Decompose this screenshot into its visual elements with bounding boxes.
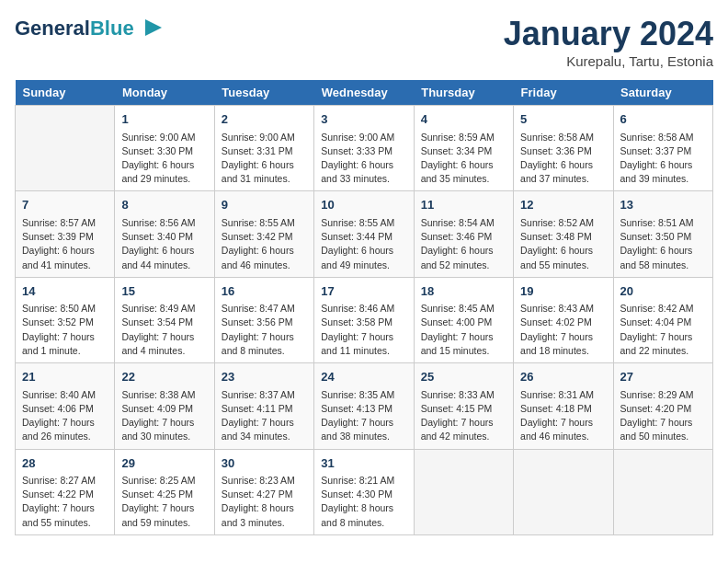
day-number: 28 [22,454,108,473]
col-wednesday: Wednesday [314,80,414,106]
col-thursday: Thursday [414,80,513,106]
day-info: Sunrise: 8:37 AMSunset: 4:11 PMDaylight:… [222,388,307,444]
day-number: 21 [22,368,108,386]
day-number: 20 [620,282,706,301]
day-info: Sunrise: 8:57 AMSunset: 3:39 PMDaylight:… [22,216,108,272]
day-cell: 25Sunrise: 8:33 AMSunset: 4:15 PMDayligh… [414,363,513,449]
day-cell: 3Sunrise: 9:00 AMSunset: 3:33 PMDaylight… [314,106,414,191]
week-row-3: 14Sunrise: 8:50 AMSunset: 3:52 PMDayligh… [16,277,713,362]
day-cell: 14Sunrise: 8:50 AMSunset: 3:52 PMDayligh… [16,277,115,362]
day-number: 18 [421,282,506,301]
day-info: Sunrise: 8:59 AMSunset: 3:34 PMDaylight:… [421,131,506,187]
day-number: 15 [121,282,207,301]
day-cell [514,449,613,534]
col-friday: Friday [514,80,613,106]
day-cell: 12Sunrise: 8:52 AMSunset: 3:48 PMDayligh… [514,191,613,277]
day-number: 31 [321,454,406,473]
day-cell: 5Sunrise: 8:58 AMSunset: 3:36 PMDaylight… [514,106,613,191]
day-info: Sunrise: 8:38 AMSunset: 4:09 PMDaylight:… [121,388,207,444]
day-info: Sunrise: 8:33 AMSunset: 4:15 PMDaylight:… [421,388,506,444]
day-cell: 28Sunrise: 8:27 AMSunset: 4:22 PMDayligh… [16,449,115,534]
day-cell: 30Sunrise: 8:23 AMSunset: 4:27 PMDayligh… [214,449,313,534]
day-cell: 2Sunrise: 9:00 AMSunset: 3:31 PMDaylight… [214,106,313,191]
day-number: 6 [620,110,706,129]
day-cell: 7Sunrise: 8:57 AMSunset: 3:39 PMDaylight… [16,191,115,277]
day-number: 2 [222,110,307,129]
day-cell: 8Sunrise: 8:56 AMSunset: 3:40 PMDaylight… [115,191,214,277]
day-cell: 24Sunrise: 8:35 AMSunset: 4:13 PMDayligh… [314,363,414,449]
week-row-5: 28Sunrise: 8:27 AMSunset: 4:22 PMDayligh… [16,449,713,534]
col-saturday: Saturday [613,80,712,106]
day-info: Sunrise: 8:23 AMSunset: 4:27 PMDaylight:… [222,474,307,530]
day-info: Sunrise: 8:54 AMSunset: 3:46 PMDaylight:… [421,216,506,272]
day-info: Sunrise: 9:00 AMSunset: 3:33 PMDaylight:… [321,131,406,187]
day-cell: 11Sunrise: 8:54 AMSunset: 3:46 PMDayligh… [414,191,513,277]
logo-icon [136,15,164,42]
day-info: Sunrise: 8:45 AMSunset: 4:00 PMDaylight:… [421,302,506,358]
day-cell: 21Sunrise: 8:40 AMSunset: 4:06 PMDayligh… [16,363,115,449]
day-info: Sunrise: 8:52 AMSunset: 3:48 PMDaylight:… [520,216,606,272]
day-info: Sunrise: 8:31 AMSunset: 4:18 PMDaylight:… [520,388,606,444]
day-cell: 10Sunrise: 8:55 AMSunset: 3:44 PMDayligh… [314,191,414,277]
day-number: 23 [222,368,307,386]
day-info: Sunrise: 8:55 AMSunset: 3:44 PMDaylight:… [321,216,406,272]
week-row-2: 7Sunrise: 8:57 AMSunset: 3:39 PMDaylight… [16,191,713,277]
location: Kurepalu, Tartu, Estonia [504,53,713,69]
week-row-4: 21Sunrise: 8:40 AMSunset: 4:06 PMDayligh… [16,363,713,449]
day-cell: 15Sunrise: 8:49 AMSunset: 3:54 PMDayligh… [115,277,214,362]
month-title: January 2024 [504,15,713,53]
day-number: 12 [520,196,606,214]
day-cell: 1Sunrise: 9:00 AMSunset: 3:30 PMDaylight… [115,106,214,191]
day-info: Sunrise: 8:56 AMSunset: 3:40 PMDaylight:… [121,216,207,272]
day-number: 22 [121,368,207,386]
day-number: 5 [520,110,606,129]
day-info: Sunrise: 8:29 AMSunset: 4:20 PMDaylight:… [620,388,706,444]
day-info: Sunrise: 8:51 AMSunset: 3:50 PMDaylight:… [620,216,706,272]
day-cell: 26Sunrise: 8:31 AMSunset: 4:18 PMDayligh… [514,363,613,449]
day-info: Sunrise: 8:55 AMSunset: 3:42 PMDaylight:… [222,216,307,272]
day-info: Sunrise: 8:47 AMSunset: 3:56 PMDaylight:… [222,302,307,358]
day-number: 16 [222,282,307,301]
day-info: Sunrise: 8:50 AMSunset: 3:52 PMDaylight:… [22,302,108,358]
day-cell [414,449,513,534]
day-cell: 9Sunrise: 8:55 AMSunset: 3:42 PMDaylight… [214,191,313,277]
day-number: 1 [121,110,207,129]
day-number: 19 [520,282,606,301]
day-number: 11 [421,196,506,214]
svg-marker-0 [145,19,162,36]
day-cell: 19Sunrise: 8:43 AMSunset: 4:02 PMDayligh… [514,277,613,362]
day-number: 3 [321,110,406,129]
day-info: Sunrise: 8:27 AMSunset: 4:22 PMDaylight:… [22,474,108,530]
day-number: 14 [22,282,108,301]
day-cell: 6Sunrise: 8:58 AMSunset: 3:37 PMDaylight… [613,106,712,191]
calendar-table: Sunday Monday Tuesday Wednesday Thursday… [15,80,713,535]
header-row: Sunday Monday Tuesday Wednesday Thursday… [16,80,713,106]
day-info: Sunrise: 8:49 AMSunset: 3:54 PMDaylight:… [121,302,207,358]
col-sunday: Sunday [16,80,115,106]
day-number: 17 [321,282,406,301]
day-info: Sunrise: 8:46 AMSunset: 3:58 PMDaylight:… [321,302,406,358]
day-info: Sunrise: 8:40 AMSunset: 4:06 PMDaylight:… [22,388,108,444]
day-info: Sunrise: 8:21 AMSunset: 4:30 PMDaylight:… [321,474,406,530]
day-number: 26 [520,368,606,386]
day-cell: 27Sunrise: 8:29 AMSunset: 4:20 PMDayligh… [613,363,712,449]
day-cell [613,449,712,534]
day-number: 7 [22,196,108,214]
day-info: Sunrise: 8:58 AMSunset: 3:37 PMDaylight:… [620,131,706,187]
day-info: Sunrise: 9:00 AMSunset: 3:31 PMDaylight:… [222,131,307,187]
day-info: Sunrise: 8:25 AMSunset: 4:25 PMDaylight:… [121,474,207,530]
day-number: 10 [321,196,406,214]
day-cell: 29Sunrise: 8:25 AMSunset: 4:25 PMDayligh… [115,449,214,534]
week-row-1: 1Sunrise: 9:00 AMSunset: 3:30 PMDaylight… [16,106,713,191]
day-cell: 20Sunrise: 8:42 AMSunset: 4:04 PMDayligh… [613,277,712,362]
day-info: Sunrise: 8:58 AMSunset: 3:36 PMDaylight:… [520,131,606,187]
title-block: January 2024 Kurepalu, Tartu, Estonia [504,15,713,69]
day-info: Sunrise: 9:00 AMSunset: 3:30 PMDaylight:… [121,131,207,187]
day-cell: 16Sunrise: 8:47 AMSunset: 3:56 PMDayligh… [214,277,313,362]
day-number: 9 [222,196,307,214]
logo-text: GeneralBlue [15,17,134,40]
day-number: 24 [321,368,406,386]
day-cell: 23Sunrise: 8:37 AMSunset: 4:11 PMDayligh… [214,363,313,449]
day-number: 30 [222,454,307,473]
day-cell: 18Sunrise: 8:45 AMSunset: 4:00 PMDayligh… [414,277,513,362]
